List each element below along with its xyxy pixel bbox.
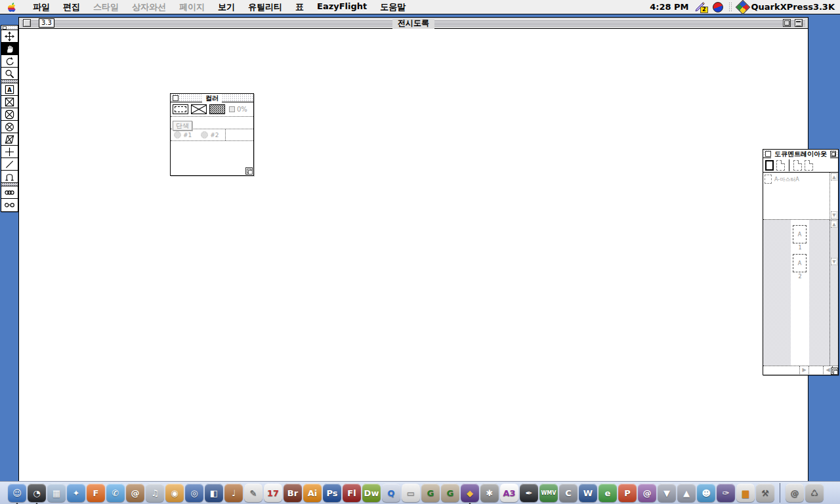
color-swatch-1[interactable]: #1	[174, 131, 192, 138]
tool-palette-close-box[interactable]	[3, 26, 7, 30]
imovie-icon[interactable]: ◧	[205, 484, 223, 502]
menu-clock[interactable]: 4:28 PM	[650, 2, 688, 12]
ichat-icon[interactable]: ✆	[106, 484, 125, 502]
master-list-scrollbar[interactable]: ▲ ▼	[830, 173, 838, 219]
dashboard-icon[interactable]: ◔	[28, 484, 46, 502]
close-box[interactable]	[23, 19, 31, 27]
word-icon[interactable]: W	[579, 484, 597, 502]
apple-menu-icon[interactable]	[7, 2, 17, 12]
menu-item-9[interactable]: EazyFlight	[310, 0, 373, 14]
item-tool[interactable]	[1, 30, 18, 43]
adobe-photoshop-icon[interactable]: Ps	[323, 484, 341, 502]
orthogonal-line-tool[interactable]	[1, 146, 18, 158]
gom-box-1-icon[interactable]: G	[421, 484, 440, 502]
menu-item-1[interactable]: 파일	[26, 0, 56, 14]
mail-stamp-icon[interactable]: @	[786, 484, 804, 502]
polygon-picture-box-tool[interactable]	[1, 133, 18, 146]
pages-scrollbar[interactable]: ▲ ▼	[830, 220, 838, 366]
color-swatch-2[interactable]: #2	[201, 131, 219, 138]
scroll-thumb-box[interactable]	[809, 366, 824, 374]
quicktime-icon[interactable]: Q	[382, 484, 400, 502]
front-row-icon[interactable]: ▭	[402, 484, 420, 502]
entourage-icon[interactable]: @	[638, 484, 656, 502]
korean-ime-icon[interactable]	[713, 2, 723, 12]
background-color-icon[interactable]	[209, 104, 225, 114]
zoom-box[interactable]	[783, 19, 791, 27]
menu-item-10[interactable]: 도움말	[373, 0, 412, 14]
iphoto-icon[interactable]: ◉	[165, 484, 184, 502]
scroll-right-icon[interactable]: ▶	[800, 366, 809, 374]
colors-palette-resize-handle[interactable]	[245, 167, 253, 175]
duplicate-master-icon[interactable]	[793, 160, 802, 171]
powerpoint-icon[interactable]: P	[618, 484, 637, 502]
msn-messenger-icon[interactable]: ☻	[697, 484, 715, 502]
shade-dropdown[interactable]: 0%	[229, 106, 247, 113]
application-menu[interactable]: QuarkXPress3.3K	[738, 2, 835, 12]
menu-item-6[interactable]: 보기	[211, 0, 242, 14]
unlinking-tool[interactable]	[1, 199, 18, 211]
document-page-2[interactable]: A	[793, 254, 807, 272]
textedit-icon[interactable]: ✎	[244, 484, 262, 502]
adobe-flash-icon[interactable]: Fl	[343, 484, 361, 502]
blank-facing-page-icon[interactable]	[776, 160, 785, 171]
rect-picture-box-tool[interactable]	[1, 96, 18, 108]
scroll-up-icon[interactable]: ▲	[831, 220, 837, 228]
safari-icon[interactable]: ✦	[67, 484, 85, 502]
rotation-tool[interactable]	[1, 55, 18, 68]
document-canvas[interactable]	[19, 29, 808, 481]
dropstuff-icon[interactable]: ▼	[658, 484, 676, 502]
stuffit-expander-icon[interactable]: ▲	[677, 484, 696, 502]
idvd-icon[interactable]: ◎	[185, 484, 203, 502]
chart-app-icon[interactable]: ▆	[736, 484, 755, 502]
scribble-a3-icon[interactable]: A3	[500, 484, 518, 502]
itunes-icon[interactable]: ♫	[146, 484, 164, 502]
linking-tool[interactable]	[1, 186, 18, 199]
tool-palette-titlebar[interactable]	[1, 26, 18, 30]
layout-palette-close-box[interactable]	[765, 151, 771, 157]
colors-palette-close-box[interactable]	[173, 95, 178, 101]
delete-page-icon[interactable]	[805, 160, 813, 171]
adobe-illustrator-icon[interactable]: Ai	[303, 484, 322, 502]
painter-icon[interactable]: ✑	[717, 484, 735, 502]
menu-item-2[interactable]: 편집	[56, 0, 87, 14]
frame-color-icon[interactable]	[173, 104, 188, 114]
windowshade-box[interactable]	[795, 19, 803, 27]
oval-picture-box-tool[interactable]	[1, 121, 18, 133]
adobe-dreamweaver-icon[interactable]: Dw	[362, 484, 381, 502]
layout-palette-resize-handle[interactable]	[831, 368, 838, 375]
master-page-entry[interactable]: A-마스터A	[763, 173, 838, 186]
layout-palette-zoom-box[interactable]	[830, 151, 836, 157]
gear-utility-icon[interactable]: ✱	[480, 484, 499, 502]
garageband-icon[interactable]: ♩	[224, 484, 243, 502]
trash-icon[interactable]: ♺	[805, 484, 824, 502]
line-tool[interactable]	[1, 158, 18, 171]
adobe-bridge-icon[interactable]: Br	[284, 484, 302, 502]
ical-icon[interactable]: 17	[264, 484, 282, 502]
scroll-down-icon[interactable]: ▼	[831, 211, 837, 219]
menu-item-7[interactable]: 유틸리티	[242, 0, 289, 14]
text-box-tool[interactable]: A	[1, 83, 18, 96]
wmv-player-icon[interactable]: WMV	[539, 484, 558, 502]
tools-app-icon[interactable]: ⚒	[756, 484, 774, 502]
rounded-picture-box-tool[interactable]	[1, 108, 18, 121]
gom-box-2-icon[interactable]: G	[441, 484, 459, 502]
layout-palette-titlebar[interactable]: 도큐멘트레이아웃	[763, 150, 838, 158]
document-titlebar[interactable]: 3.3 전시도록	[19, 18, 808, 29]
blank-page-icon[interactable]	[765, 160, 774, 171]
colors-palette-titlebar[interactable]: 컬러	[171, 94, 253, 102]
ime-pencil-icon[interactable]: 2	[694, 2, 707, 12]
content-tool[interactable]	[1, 43, 18, 55]
stuffit-clamp-icon[interactable]: C	[559, 484, 578, 502]
text-path-tool[interactable]	[1, 171, 18, 183]
firefox-icon[interactable]: F	[87, 484, 105, 502]
zoom-tool[interactable]	[1, 68, 18, 80]
finder-icon[interactable]: ☺	[8, 484, 26, 502]
scroll-up-icon[interactable]: ▲	[831, 173, 837, 180]
flask-camera-icon[interactable]: ✒	[520, 484, 538, 502]
menu-item-8[interactable]: 표	[289, 0, 310, 14]
address-book-icon[interactable]: @	[126, 484, 144, 502]
document-page-1[interactable]: A	[793, 225, 807, 243]
scroll-down-icon[interactable]: ▼	[831, 258, 837, 265]
quarkxpress-icon[interactable]: ◆	[461, 484, 479, 502]
messenger-green-icon[interactable]: e	[598, 484, 617, 502]
